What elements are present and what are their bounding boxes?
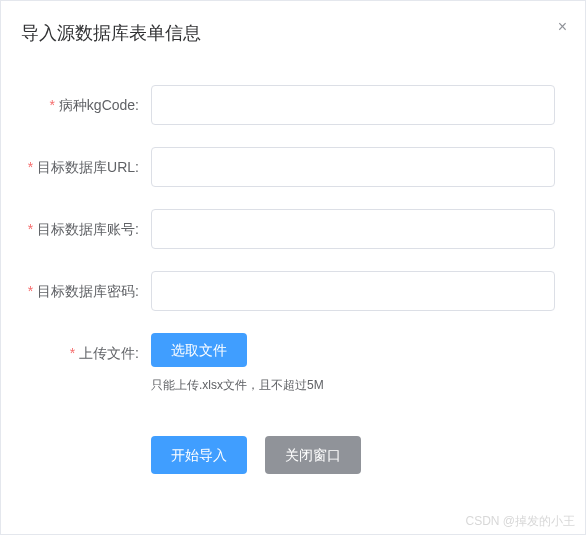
- form-item-account: *目标数据库账号:: [21, 209, 565, 249]
- content-url: [151, 147, 565, 187]
- url-input[interactable]: [151, 147, 555, 187]
- content-kgcode: [151, 85, 565, 125]
- required-mark: *: [70, 345, 75, 361]
- import-dialog: 导入源数据库表单信息 × *病种kgCode: *目标数据库URL: *目标数据…: [0, 0, 586, 535]
- content-upload: 选取文件 只能上传.xlsx文件，且不超过5M: [151, 333, 565, 394]
- upload-tip: 只能上传.xlsx文件，且不超过5M: [151, 377, 555, 394]
- footer-buttons: 开始导入 关闭窗口: [151, 436, 361, 474]
- label-url: *目标数据库URL:: [21, 147, 151, 187]
- label-kgcode: *病种kgCode:: [21, 85, 151, 125]
- dialog-footer: 开始导入 关闭窗口: [1, 426, 585, 494]
- form-item-password: *目标数据库密码:: [21, 271, 565, 311]
- required-mark: *: [28, 221, 33, 237]
- label-kgcode-text: 病种kgCode:: [59, 97, 139, 113]
- kgcode-input[interactable]: [151, 85, 555, 125]
- label-url-text: 目标数据库URL:: [37, 159, 139, 175]
- label-account-text: 目标数据库账号:: [37, 221, 139, 237]
- password-input[interactable]: [151, 271, 555, 311]
- close-window-button[interactable]: 关闭窗口: [265, 436, 361, 474]
- required-mark: *: [28, 159, 33, 175]
- label-account: *目标数据库账号:: [21, 209, 151, 249]
- form-item-upload: *上传文件: 选取文件 只能上传.xlsx文件，且不超过5M: [21, 333, 565, 394]
- close-icon[interactable]: ×: [558, 19, 567, 35]
- label-password: *目标数据库密码:: [21, 271, 151, 311]
- account-input[interactable]: [151, 209, 555, 249]
- dialog-title: 导入源数据库表单信息: [21, 23, 201, 43]
- label-password-text: 目标数据库密码:: [37, 283, 139, 299]
- form-item-url: *目标数据库URL:: [21, 147, 565, 187]
- form-item-kgcode: *病种kgCode:: [21, 85, 565, 125]
- watermark: CSDN @掉发的小王: [465, 513, 575, 530]
- dialog-header: 导入源数据库表单信息 ×: [1, 1, 585, 55]
- label-upload: *上传文件:: [21, 333, 151, 373]
- content-password: [151, 271, 565, 311]
- content-account: [151, 209, 565, 249]
- select-file-button[interactable]: 选取文件: [151, 333, 247, 367]
- dialog-body: *病种kgCode: *目标数据库URL: *目标数据库账号:: [1, 55, 585, 426]
- label-upload-text: 上传文件:: [79, 345, 139, 361]
- submit-button[interactable]: 开始导入: [151, 436, 247, 474]
- required-mark: *: [49, 97, 54, 113]
- required-mark: *: [28, 283, 33, 299]
